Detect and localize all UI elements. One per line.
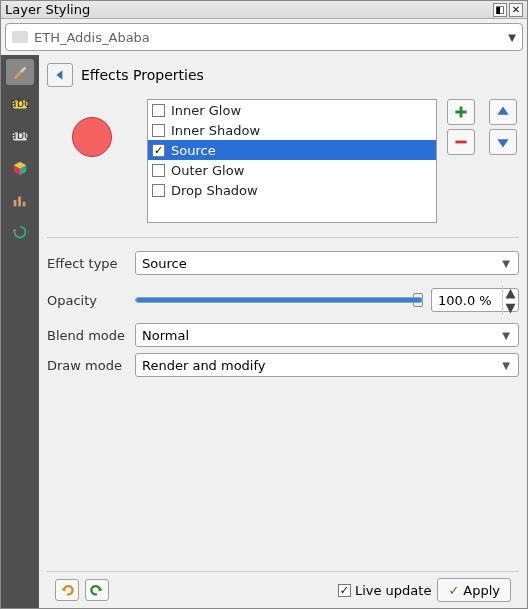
symbol-preview xyxy=(72,117,112,157)
opacity-value: 100.0 % xyxy=(438,293,502,308)
chevron-down-icon: ▼ xyxy=(502,330,510,341)
panel-titlebar: Layer Styling ◧ ✕ xyxy=(1,1,527,19)
effects-title: Effects Properties xyxy=(81,67,204,83)
paintbrush-icon xyxy=(11,63,29,81)
remove-effect-button[interactable] xyxy=(447,129,475,155)
separator xyxy=(47,237,519,238)
effect-row[interactable]: Source xyxy=(148,140,436,160)
draw-mode-select[interactable]: Render and modify▼ xyxy=(135,353,519,377)
undo-button[interactable] xyxy=(55,579,79,601)
effect-checkbox[interactable] xyxy=(152,184,165,197)
live-update-checkbox[interactable] xyxy=(338,584,351,597)
effect-type-select[interactable]: Source▼ xyxy=(135,251,519,275)
layer-selector[interactable]: ETH_Addis_Ababa ▼ xyxy=(5,23,523,51)
preview-col xyxy=(47,99,137,157)
effect-type-label: Effect type xyxy=(47,256,127,271)
chart-icon xyxy=(11,191,29,209)
effect-label: Source xyxy=(171,143,216,158)
blend-mode-select[interactable]: Normal▼ xyxy=(135,323,519,347)
effect-row[interactable]: Drop Shadow xyxy=(148,180,436,200)
effect-row[interactable]: Inner Shadow xyxy=(148,120,436,140)
svg-rect-9 xyxy=(23,202,26,207)
effect-row[interactable]: Inner Glow xyxy=(148,100,436,120)
undock-button[interactable]: ◧ xyxy=(493,3,507,17)
svg-rect-7 xyxy=(14,200,17,206)
live-update-label: Live update xyxy=(355,583,431,598)
minus-icon xyxy=(454,135,468,149)
mask-icon: abc xyxy=(11,127,29,145)
live-update-toggle[interactable]: Live update xyxy=(338,583,431,598)
chevron-down-icon: ▼ xyxy=(508,32,516,43)
effect-label: Inner Shadow xyxy=(171,123,260,138)
tab-3dview[interactable] xyxy=(6,155,34,181)
spin-down-icon[interactable]: ▼ xyxy=(506,300,516,315)
move-down-button[interactable] xyxy=(489,129,517,155)
draw-mode-label: Draw mode xyxy=(47,358,127,373)
effect-type-value: Source xyxy=(142,256,187,271)
chevron-down-icon: ▼ xyxy=(502,258,510,269)
layer-name: ETH_Addis_Ababa xyxy=(34,30,508,45)
blend-mode-label: Blend mode xyxy=(47,328,127,343)
up-arrow-icon xyxy=(496,105,510,119)
footer: Live update ✓Apply xyxy=(47,571,519,608)
blend-mode-value: Normal xyxy=(142,328,189,343)
effect-checkbox[interactable] xyxy=(152,104,165,117)
opacity-slider[interactable] xyxy=(135,290,423,310)
effects-list[interactable]: Inner Glow Inner Shadow Source Outer Glo… xyxy=(147,99,437,223)
down-arrow-icon xyxy=(496,135,510,149)
svg-text:abc: abc xyxy=(11,128,29,142)
panel-title: Layer Styling xyxy=(5,2,90,17)
main-panel: Effects Properties Inner Glow Inner Shad… xyxy=(39,55,527,608)
effect-label: Drop Shadow xyxy=(171,183,258,198)
undo-icon xyxy=(60,583,74,597)
tab-history[interactable] xyxy=(6,219,34,245)
effect-checkbox[interactable] xyxy=(152,144,165,157)
effect-row[interactable]: Outer Glow xyxy=(148,160,436,180)
opacity-label: Opacity xyxy=(47,293,127,308)
opacity-spinbox[interactable]: 100.0 %▲▼ xyxy=(431,288,519,312)
plus-icon xyxy=(454,105,468,119)
draw-mode-value: Render and modify xyxy=(142,358,266,373)
tab-symbology[interactable] xyxy=(6,59,34,85)
effect-label: Outer Glow xyxy=(171,163,244,178)
check-icon: ✓ xyxy=(448,583,459,598)
layer-icon xyxy=(12,31,28,43)
chevron-down-icon: ▼ xyxy=(502,360,510,371)
back-arrow-icon xyxy=(54,69,66,81)
redo-button[interactable] xyxy=(85,579,109,601)
tab-masks[interactable]: abc xyxy=(6,123,34,149)
cube-icon xyxy=(11,159,29,177)
effect-checkbox[interactable] xyxy=(152,124,165,137)
spin-up-icon[interactable]: ▲ xyxy=(506,285,516,300)
apply-label: Apply xyxy=(463,583,500,598)
redo-icon xyxy=(90,583,104,597)
move-up-button[interactable] xyxy=(489,99,517,125)
effect-label: Inner Glow xyxy=(171,103,241,118)
svg-rect-8 xyxy=(18,196,21,206)
history-icon xyxy=(11,223,29,241)
svg-text:abc: abc xyxy=(11,96,29,110)
apply-button[interactable]: ✓Apply xyxy=(437,578,511,602)
label-icon: abc xyxy=(11,95,29,113)
close-button[interactable]: ✕ xyxy=(509,3,523,17)
style-sidebar: abc abc xyxy=(1,55,39,608)
tab-diagrams[interactable] xyxy=(6,187,34,213)
back-button[interactable] xyxy=(47,63,73,87)
tab-labels[interactable]: abc xyxy=(6,91,34,117)
add-effect-button[interactable] xyxy=(447,99,475,125)
effect-checkbox[interactable] xyxy=(152,164,165,177)
